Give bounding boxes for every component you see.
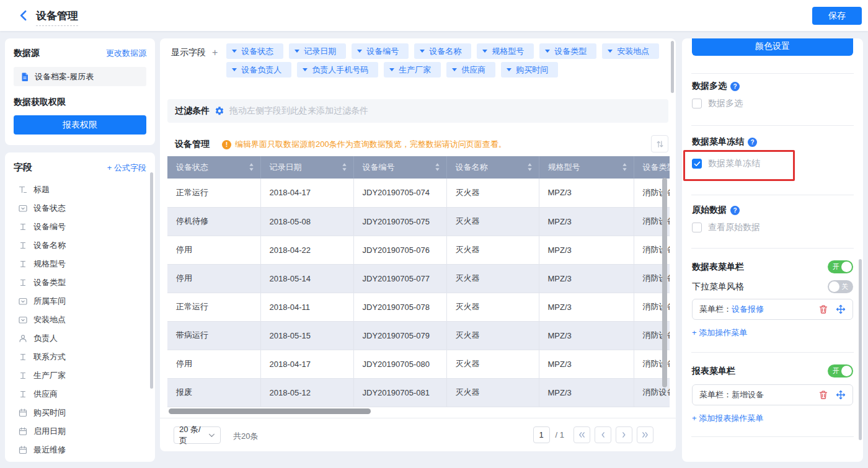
display-field-tag[interactable]: 记录日期 xyxy=(289,43,346,59)
table-row[interactable]: 报废2018-05-12JDY20190705-081灭火器MPZ/3消防设备 xyxy=(167,378,670,407)
table-row[interactable]: 带病运行2018-05-15JDY20190705-079灭火器MPZ/3消防设… xyxy=(167,321,670,350)
divider xyxy=(691,195,854,195)
settings-scrollbar[interactable] xyxy=(859,259,862,440)
fields-panel: 字段 + 公式字段 标题 设备状态 设备编号 设备名称 规格型号 设备类型 所属… xyxy=(5,152,155,462)
fields-title: 字段 xyxy=(14,162,32,174)
add-report-action-menu-link[interactable]: + 添加报表操作菜单 xyxy=(692,413,763,424)
column-header[interactable]: 记录日期 xyxy=(260,156,353,179)
add-action-menu-link[interactable]: + 添加操作菜单 xyxy=(692,327,747,338)
table-menu-toggle-on[interactable]: 开 xyxy=(828,260,853,273)
field-item[interactable]: 最近维修 xyxy=(14,441,146,459)
title-field-icon xyxy=(18,185,28,195)
checkbox-unchecked[interactable] xyxy=(692,99,702,108)
display-field-tag[interactable]: 规格型号 xyxy=(477,43,534,59)
display-field-tag[interactable]: 购买时间 xyxy=(501,62,558,77)
text-field-icon xyxy=(18,371,28,381)
field-item[interactable]: 安装地点 xyxy=(14,311,146,329)
table-horizontal-scrollbar[interactable] xyxy=(169,408,371,414)
gear-icon[interactable] xyxy=(215,106,224,116)
field-item[interactable]: 生产厂家 xyxy=(14,366,146,385)
datasource-item[interactable]: 设备档案-履历表 xyxy=(14,67,146,86)
next-page-button[interactable] xyxy=(616,426,632,443)
table-title: 设备管理 xyxy=(175,139,210,150)
table-menu-item[interactable]: 菜单栏： 设备报修 xyxy=(692,299,853,320)
check-icon xyxy=(694,161,701,167)
field-item[interactable]: 联系方式 xyxy=(14,348,146,366)
field-item[interactable]: 设备编号 xyxy=(14,218,146,236)
add-formula-field-link[interactable]: + 公式字段 xyxy=(107,162,146,174)
table-row[interactable]: 停用2018-04-17JDY20190705-080灭火器MPZ/3消防设备 xyxy=(167,350,670,378)
change-datasource-link[interactable]: 更改数据源 xyxy=(106,48,146,59)
data-preview-table: 设备状态 记录日期 设备编号 设备名称 规格型号 设备类型 正常运行2018-0… xyxy=(167,156,670,408)
panel-scrollbar[interactable] xyxy=(671,41,674,93)
fields-scrollbar[interactable] xyxy=(150,172,153,389)
report-menu-title: 报表菜单栏 xyxy=(692,366,735,377)
display-field-tag[interactable]: 设备编号 xyxy=(352,43,409,59)
display-field-tag[interactable]: 设备状态 xyxy=(226,43,283,59)
help-icon[interactable]: ? xyxy=(730,206,740,215)
page-number-input[interactable]: 1 xyxy=(533,426,550,443)
field-item[interactable]: 负责人 xyxy=(14,329,146,348)
column-header[interactable]: 设备名称 xyxy=(446,156,539,179)
last-page-button[interactable] xyxy=(637,426,653,443)
help-icon[interactable]: ? xyxy=(748,138,757,147)
move-icon[interactable] xyxy=(836,390,846,400)
previous-page-button[interactable] xyxy=(595,426,611,443)
table-vertical-scrollbar[interactable] xyxy=(662,178,667,387)
sort-carets-icon[interactable] xyxy=(622,162,627,174)
field-item[interactable]: 购买时间 xyxy=(14,404,146,422)
report-menu-item[interactable]: 菜单栏： 新增设备 xyxy=(692,384,853,405)
color-settings-button[interactable]: 颜色设置 xyxy=(692,38,853,56)
move-icon[interactable] xyxy=(836,304,846,314)
sort-order-button[interactable] xyxy=(651,135,668,152)
raw-data-checkbox-row[interactable]: 查看原始数据 xyxy=(692,222,760,233)
filter-condition-bar[interactable]: 过滤条件 拖动左侧字段到此处来添加过滤条件 xyxy=(167,99,668,123)
field-item[interactable]: 所属车间 xyxy=(14,292,146,311)
display-field-tag[interactable]: 设备类型 xyxy=(539,43,596,59)
column-header[interactable]: 设备类型 xyxy=(634,156,670,179)
sort-carets-icon[interactable] xyxy=(249,162,254,174)
display-field-tag[interactable]: 供应商 xyxy=(446,62,495,77)
table-row[interactable]: 停机待修2018-05-08JDY20190705-075灭火器MPZ/3消防设… xyxy=(167,207,670,236)
delete-icon[interactable] xyxy=(818,304,828,314)
table-row[interactable]: 正常运行2018-04-11JDY20190705-078灭火器MPZ/3消防设… xyxy=(167,293,670,321)
field-item[interactable]: 设备类型 xyxy=(14,273,146,292)
page-count: / 1 xyxy=(556,430,564,439)
display-field-tag[interactable]: 安装地点 xyxy=(602,43,659,59)
table-row[interactable]: 正常运行2018-04-17JDY20190705-074灭火器MPZ/3消防设… xyxy=(167,179,670,207)
first-page-button[interactable] xyxy=(574,426,590,443)
column-header[interactable]: 设备状态 xyxy=(167,156,260,179)
checkbox-unchecked[interactable] xyxy=(692,223,702,232)
page-title[interactable]: 设备管理 xyxy=(36,9,78,26)
table-row[interactable]: 停用2018-04-22JDY20190705-076灭火器MPZ/3消防设备 xyxy=(167,236,670,264)
add-display-field-button[interactable]: + xyxy=(212,45,218,60)
back-icon[interactable] xyxy=(17,9,30,22)
display-field-tag[interactable]: 负责人手机号码 xyxy=(297,62,378,77)
display-field-tag[interactable]: 设备负责人 xyxy=(226,62,291,77)
multi-select-checkbox-row[interactable]: 数据多选 xyxy=(692,98,743,109)
field-item[interactable]: 设备状态 xyxy=(14,199,146,218)
delete-icon[interactable] xyxy=(818,390,828,400)
field-item[interactable]: 标题 xyxy=(14,180,146,199)
page-size-select[interactable]: 20 条/页 xyxy=(174,426,221,444)
field-item[interactable]: 启用日期 xyxy=(14,422,146,441)
display-field-tag[interactable]: 设备名称 xyxy=(414,43,471,59)
report-menu-toggle-on[interactable]: 开 xyxy=(828,364,853,377)
sort-carets-icon[interactable] xyxy=(527,162,533,174)
field-item[interactable]: 设备名称 xyxy=(14,236,146,255)
user-field-icon xyxy=(18,333,28,343)
sort-carets-icon[interactable] xyxy=(342,162,347,174)
dropdown-style-toggle-off[interactable]: 关 xyxy=(828,280,853,293)
sort-carets-icon[interactable] xyxy=(435,162,440,174)
help-icon[interactable]: ? xyxy=(730,82,740,91)
column-header[interactable]: 设备编号 xyxy=(353,156,446,179)
save-button[interactable]: 保存 xyxy=(812,7,862,25)
checkbox-checked[interactable] xyxy=(692,159,702,169)
menu-freeze-checkbox-row[interactable]: 数据菜单冻结 xyxy=(692,158,760,169)
table-row[interactable]: 停用2018-05-14JDY20190705-077灭火器MPZ/3消防设备 xyxy=(167,264,670,293)
display-field-tag[interactable]: 生产厂家 xyxy=(384,62,441,77)
column-header[interactable]: 规格型号 xyxy=(539,156,634,179)
report-permission-button[interactable]: 报表权限 xyxy=(14,115,146,135)
field-item[interactable]: 规格型号 xyxy=(14,255,146,273)
field-item[interactable]: 供应商 xyxy=(14,385,146,404)
